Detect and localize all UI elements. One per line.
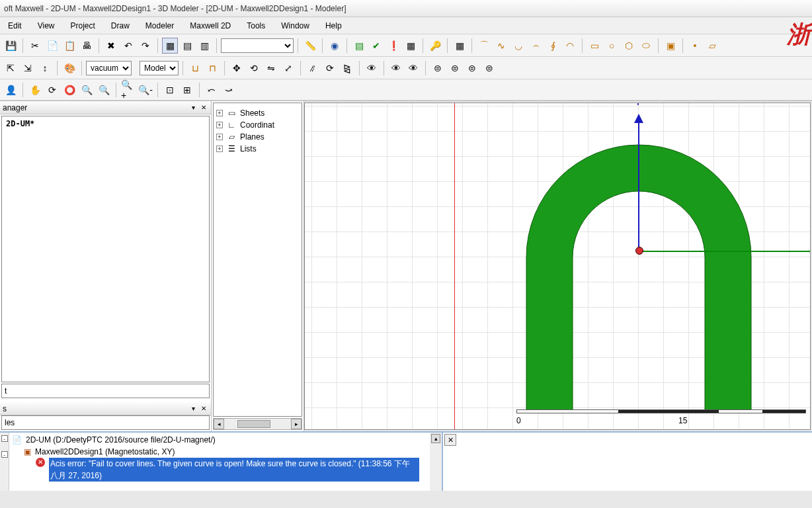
menu-project[interactable]: Project [62, 19, 102, 33]
arc4-button[interactable]: ⌢ [528, 38, 544, 54]
prev-view-button[interactable]: ⤺ [204, 82, 220, 98]
expand-icon[interactable]: + [216, 110, 223, 116]
scroll-left-icon[interactable]: ◂ [214, 419, 224, 429]
menu-help[interactable]: Help [317, 19, 350, 33]
view-eye1-button[interactable]: 👁 [388, 60, 404, 76]
pan-button[interactable]: ✋ [27, 82, 43, 98]
message-body[interactable]: 📄 2D-UM (D:/DeetyPTC 2016/source file/2D… [9, 433, 430, 491]
expand-icon[interactable]: + [216, 134, 223, 140]
arc5-button[interactable]: ∮ [545, 38, 561, 54]
results-button[interactable]: ▦ [403, 38, 419, 54]
point-button[interactable]: • [687, 38, 703, 54]
menu-tools[interactable]: Tools [239, 19, 273, 33]
tree-node-coordinate[interactable]: + ∟ Coordinat [216, 119, 299, 131]
arc1-button[interactable]: ⌒ [476, 38, 492, 54]
orbit-button[interactable]: ⭕ [61, 82, 77, 98]
toggle-2-button[interactable]: ▤ [179, 38, 195, 54]
validate-button[interactable]: ▤ [351, 38, 367, 54]
panel-dropdown-icon[interactable]: ▾ [188, 103, 198, 112]
arc3-button[interactable]: ◡ [510, 38, 526, 54]
rect-button[interactable]: ▭ [587, 38, 602, 54]
optimetrics-button[interactable]: ◉ [327, 38, 343, 54]
shade2-button[interactable]: ⊜ [447, 60, 463, 76]
panel-close-icon[interactable]: ✕ [199, 404, 208, 413]
arc6-button[interactable]: ◠ [562, 38, 578, 54]
menu-window[interactable]: Window [273, 19, 317, 33]
scroll-up-icon[interactable]: ▴ [431, 434, 440, 443]
model-dropdown[interactable]: Model [140, 61, 179, 75]
material-dropdown[interactable]: vacuum [86, 61, 132, 75]
zoom-ext-button[interactable]: 🔍 [96, 82, 112, 98]
toggle-1-button[interactable]: ▦ [162, 38, 178, 54]
menu-edit[interactable]: Edit [0, 19, 30, 33]
project-tree[interactable]: 2D-UM* [1, 116, 210, 382]
boundary-button[interactable]: 👤 [3, 82, 19, 98]
arc2-button[interactable]: ∿ [493, 38, 509, 54]
copy-button[interactable]: 📄 [44, 38, 60, 54]
offset-button[interactable]: ⤢ [280, 60, 296, 76]
collapse-icon[interactable]: - [1, 451, 8, 458]
expand-icon[interactable]: + [216, 122, 223, 128]
zoom-in-button[interactable]: 🔍+ [120, 82, 136, 98]
dup-mirror-button[interactable]: ⧎ [339, 60, 355, 76]
next-view-button[interactable]: ⤻ [221, 82, 237, 98]
check-button[interactable]: ✔ [368, 38, 384, 54]
view-eye2-button[interactable]: 👁 [405, 60, 421, 76]
save-button[interactable]: 💾 [3, 38, 19, 54]
menu-draw[interactable]: Draw [103, 19, 138, 33]
modeler-canvas[interactable]: Y 0 15 [304, 103, 811, 430]
cut-button[interactable]: ✂ [27, 38, 43, 54]
properties-tab[interactable]: les [1, 415, 210, 430]
plane-button[interactable]: ▱ [704, 38, 720, 54]
eye-button[interactable]: 👁 [364, 60, 380, 76]
group-b1-button[interactable]: ⇱ [3, 60, 19, 76]
move-button[interactable]: ✥ [229, 60, 245, 76]
circle-button[interactable]: ○ [604, 38, 620, 54]
redo-button[interactable]: ↷ [138, 38, 153, 54]
unite-button[interactable]: ⊔ [187, 60, 203, 76]
fit-sel-button[interactable]: ⊞ [179, 82, 195, 98]
model-tree-scrollbar[interactable]: ◂ ▸ [213, 418, 302, 430]
group-b3-button[interactable]: ↕ [37, 60, 53, 76]
rotate-view-button[interactable]: ⟳ [44, 82, 60, 98]
menu-maxwell2d[interactable]: Maxwell 2D [182, 19, 239, 33]
shade1-button[interactable]: ⊜ [430, 60, 446, 76]
group-b2-button[interactable]: ⇲ [20, 60, 36, 76]
print-button[interactable]: 🖶 [79, 38, 95, 54]
toggle-3-button[interactable]: ▥ [196, 38, 212, 54]
zoom-out-button[interactable]: 🔍- [138, 82, 153, 98]
fields-button[interactable]: ▦ [452, 38, 467, 54]
subtract-button[interactable]: ⊓ [204, 60, 220, 76]
ellipse-button[interactable]: ⬭ [638, 38, 654, 54]
scroll-thumb[interactable] [237, 420, 270, 428]
panel-dropdown-icon[interactable]: ▾ [188, 404, 198, 413]
blank-dropdown[interactable] [221, 38, 294, 53]
zoom-button[interactable]: 🔍 [79, 82, 95, 98]
undo-button[interactable]: ↶ [120, 38, 136, 54]
project-tab[interactable]: t [1, 384, 210, 398]
close-icon[interactable]: ✕ [444, 434, 456, 446]
mirror-button[interactable]: ⇋ [263, 60, 279, 76]
polygon-button[interactable]: ⬡ [621, 38, 637, 54]
box-button[interactable]: ▣ [663, 38, 678, 54]
menu-view[interactable]: View [30, 19, 63, 33]
tree-node-sheets[interactable]: + ▭ Sheets [216, 107, 299, 119]
scroll-right-icon[interactable]: ▸ [291, 419, 302, 429]
tree-node-lists[interactable]: + ☰ Lists [216, 143, 299, 155]
dup-rotate-button[interactable]: ⟳ [322, 60, 338, 76]
shade4-button[interactable]: ⊜ [481, 60, 497, 76]
measure-button[interactable]: 📏 [302, 38, 318, 54]
project-tree-item[interactable]: 2D-UM* [2, 116, 209, 131]
panel-close-icon[interactable]: ✕ [199, 103, 208, 112]
expand-icon[interactable]: + [216, 146, 223, 152]
tree-node-planes[interactable]: + ▱ Planes [216, 131, 299, 143]
fit-button[interactable]: ⊡ [162, 82, 178, 98]
collapse-icon[interactable]: - [1, 435, 8, 442]
analyze-button[interactable]: ❗ [386, 38, 401, 54]
origin-point[interactable] [635, 247, 643, 255]
delete-button[interactable]: ✖ [103, 38, 119, 54]
menu-modeler[interactable]: Modeler [138, 19, 182, 33]
rotate-button[interactable]: ⟲ [246, 60, 262, 76]
solve-button[interactable]: 🔑 [427, 38, 443, 54]
paste-button[interactable]: 📋 [61, 38, 77, 54]
